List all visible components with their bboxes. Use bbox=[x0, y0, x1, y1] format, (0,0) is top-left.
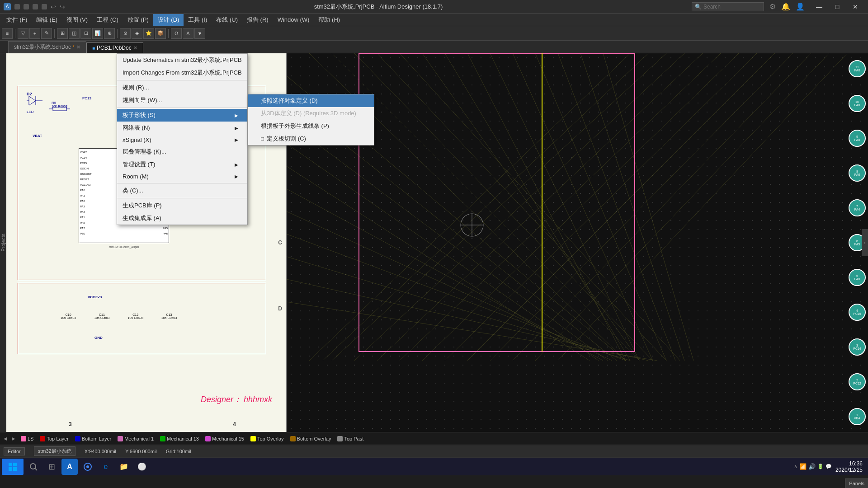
toolbar-btn-3[interactable]: ⊞ bbox=[57, 28, 68, 39]
board-shape-arrow: ▶ bbox=[235, 113, 238, 118]
toolbar-btn-filter[interactable]: ▽ bbox=[18, 28, 28, 39]
start-button[interactable] bbox=[2, 459, 24, 475]
import-changes-item[interactable]: Import Changes From stm32最小系统.PrjPCB bbox=[117, 66, 247, 79]
folder-taskbar-btn[interactable]: 📁 bbox=[116, 459, 132, 475]
xsignal-item[interactable]: xSignal (X) ▶ bbox=[117, 134, 247, 145]
right-panel-toggle[interactable]: › bbox=[862, 229, 868, 256]
project-tab[interactable]: stm32最小系统 bbox=[34, 446, 75, 456]
layer-scroll-left[interactable]: ◀ bbox=[2, 435, 9, 442]
altium-taskbar-btn[interactable]: A bbox=[61, 459, 78, 475]
layer-mech13[interactable]: Mechanical 13 bbox=[157, 435, 202, 442]
pc13-label: PC13 bbox=[82, 96, 91, 100]
settings-icon[interactable]: ⚙ bbox=[769, 2, 776, 11]
layer-stack-label: 层叠管理器 (K)... bbox=[123, 148, 166, 156]
ic-pin-pa4: PA4 bbox=[80, 211, 85, 213]
taskview-button[interactable]: ⊞ bbox=[43, 459, 60, 475]
menu-item-project[interactable]: 工程 (C) bbox=[92, 14, 123, 26]
toolbar-btn-9[interactable]: ◈ bbox=[132, 28, 142, 39]
title-search-box[interactable]: 🔍 bbox=[692, 2, 764, 11]
editor-tab[interactable]: Editor bbox=[4, 447, 25, 455]
layer-mech15[interactable]: Mechanical 15 bbox=[203, 435, 247, 442]
rules-label: 规则 (R)... bbox=[123, 84, 149, 92]
update-schematics-item[interactable]: Update Schematics in stm32最小系统.PrjPCB bbox=[117, 54, 247, 66]
layer-bottom[interactable]: Bottom Layer bbox=[72, 435, 114, 442]
define-from-selected-label: 按照选择对象定义 (D) bbox=[261, 97, 318, 105]
close-pcb-tab[interactable]: ✕ bbox=[133, 45, 137, 51]
menu-item-report[interactable]: 报告 (R) bbox=[242, 14, 273, 26]
toolbar-btn-10[interactable]: ⭐ bbox=[143, 28, 154, 39]
netlist-item[interactable]: 网络表 (N) ▶ bbox=[117, 122, 247, 134]
coord-x: X:9400.000mil bbox=[85, 449, 116, 454]
classes-item[interactable]: 类 (C)... bbox=[117, 184, 247, 197]
toolbar-btn-11[interactable]: 📦 bbox=[155, 28, 166, 39]
layer-scroll-right[interactable]: ▶ bbox=[10, 435, 17, 442]
toolbar-btn-5[interactable]: ⊡ bbox=[80, 28, 91, 39]
menu-item-help[interactable]: 帮助 (H) bbox=[314, 14, 344, 26]
tb-icon-5: ↩ bbox=[51, 3, 56, 10]
resistor-symbol bbox=[49, 106, 72, 112]
layer-top-past[interactable]: Top Past bbox=[335, 435, 366, 442]
tab-schematic[interactable]: stm32最小系统.SchDoc * ✕ bbox=[8, 41, 86, 53]
volume-icon[interactable]: 🔊 bbox=[808, 463, 816, 470]
layer-top-overlay[interactable]: Top Overlay bbox=[248, 435, 287, 442]
rules-item[interactable]: 规则 (R)... bbox=[117, 81, 247, 94]
rules-wizard-item[interactable]: 规则向导 (W)... bbox=[117, 94, 247, 107]
gen-pcb-lib-item[interactable]: 生成PCB库 (P) bbox=[117, 199, 247, 212]
close-button[interactable]: ✕ bbox=[846, 0, 864, 14]
define-board-cutout-item[interactable]: □ 定义板切割 (C) bbox=[248, 132, 374, 145]
manage-settings-item[interactable]: 管理设置 (T) ▶ bbox=[117, 158, 247, 171]
toolbar-btn-edit[interactable]: ✎ bbox=[41, 28, 52, 39]
toolbar-btn-6[interactable]: 📊 bbox=[92, 28, 103, 39]
menu-item-window[interactable]: Window (W) bbox=[273, 14, 314, 25]
bell-icon[interactable]: 🔔 bbox=[781, 2, 790, 11]
maximize-button[interactable]: □ bbox=[828, 0, 846, 14]
toolbar-btn-14[interactable]: ▼ bbox=[194, 28, 205, 39]
close-schematic-tab[interactable]: ✕ bbox=[76, 44, 80, 50]
menu-item-place[interactable]: 放置 (P) bbox=[123, 14, 153, 26]
toolbar-btn-add[interactable]: + bbox=[29, 28, 40, 39]
board-shape-item[interactable]: 板子形状 (S) ▶ bbox=[117, 109, 247, 122]
capacitors-row: C10 105 C0603 C11 105 C0603 C12 105 C060… bbox=[61, 313, 177, 319]
layer-bottom-overlay[interactable]: Bottom Overlay bbox=[288, 435, 334, 442]
menu-item-design[interactable]: 设计 (D) bbox=[153, 14, 184, 26]
toolbar-btn-1[interactable]: ≡ bbox=[2, 28, 13, 39]
network-icon[interactable]: 📶 bbox=[799, 463, 807, 470]
layer-top[interactable]: Top Layer bbox=[37, 435, 71, 442]
menu-item-view[interactable]: 视图 (V) bbox=[62, 14, 92, 26]
tb-icon-1 bbox=[14, 4, 20, 9]
tb-icon-4 bbox=[42, 4, 47, 9]
tab-pcb[interactable]: ■ PCB1.PcbDoc ✕ bbox=[86, 42, 143, 53]
minimize-button[interactable]: — bbox=[810, 0, 828, 14]
define-from-selected-item[interactable]: 按照选择对象定义 (D) bbox=[248, 94, 374, 107]
layer-mech1[interactable]: Mechanical 1 bbox=[115, 435, 156, 442]
menu-item-route[interactable]: 布线 (U) bbox=[212, 14, 242, 26]
search-taskbar-button[interactable] bbox=[25, 459, 42, 475]
edge-taskbar-btn[interactable]: e bbox=[98, 459, 114, 475]
search-input[interactable] bbox=[703, 4, 758, 10]
sep-4 bbox=[117, 198, 247, 198]
document-tabs: stm32最小系统.SchDoc * ✕ ■ PCB1.PcbDoc ✕ bbox=[0, 41, 868, 53]
layer-top-label: Top Layer bbox=[47, 436, 68, 441]
project-panel[interactable]: Projects bbox=[0, 53, 6, 432]
chevron-up-icon[interactable]: ∧ bbox=[794, 464, 797, 469]
menu-item-tools[interactable]: 工具 (I) bbox=[184, 14, 212, 26]
layer-ls[interactable]: LS bbox=[18, 435, 36, 442]
app-taskbar-btn-5[interactable]: ⚪ bbox=[134, 459, 150, 475]
room-arrow: ▶ bbox=[235, 174, 238, 179]
room-item[interactable]: Room (M) ▶ bbox=[117, 171, 247, 182]
toolbar-btn-4[interactable]: ◫ bbox=[69, 28, 80, 39]
gen-int-lib-item[interactable]: 生成集成库 (A) bbox=[117, 212, 247, 225]
toolbar-btn-12[interactable]: Ω bbox=[171, 28, 182, 39]
layer-stack-item[interactable]: 层叠管理器 (K)... bbox=[117, 145, 247, 158]
toolbar-btn-8[interactable]: ⊗ bbox=[120, 28, 131, 39]
menu-item-file[interactable]: 文件 (F) bbox=[2, 14, 32, 26]
msg-icon[interactable]: 💬 bbox=[826, 464, 832, 469]
app-icon: A bbox=[4, 3, 11, 10]
user-icon[interactable]: 👤 bbox=[796, 2, 805, 11]
battery-icon[interactable]: 🔋 bbox=[817, 464, 824, 469]
menu-item-edit[interactable]: 编辑 (E) bbox=[32, 14, 62, 26]
chrome-taskbar-btn[interactable] bbox=[80, 459, 96, 475]
toolbar-btn-7[interactable]: ⊕ bbox=[104, 28, 115, 39]
toolbar-btn-13[interactable]: A bbox=[183, 28, 193, 39]
gen-lines-from-board-item[interactable]: 根据板子外形生成线条 (P) bbox=[248, 120, 374, 132]
